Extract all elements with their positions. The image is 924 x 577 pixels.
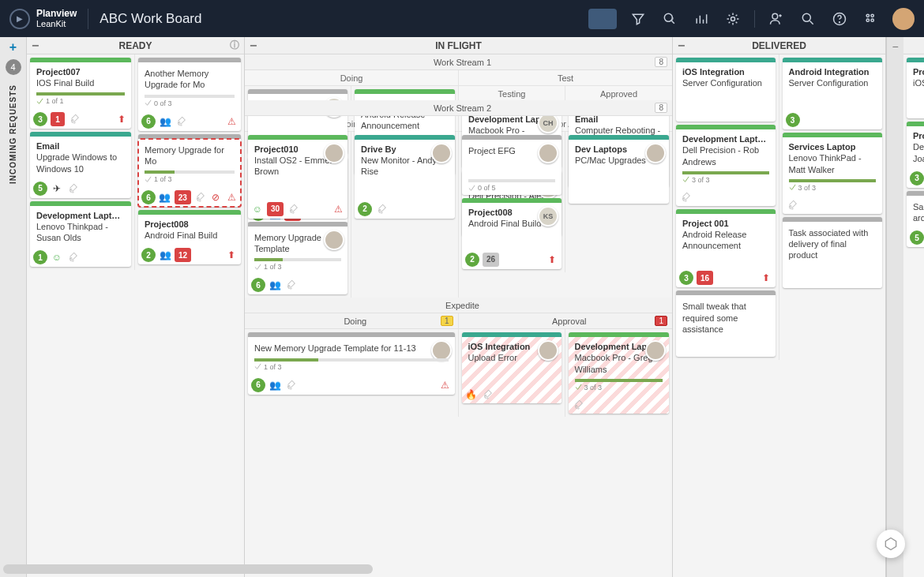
card[interactable]: Development Lapt… Dell Precision - Rob A… bbox=[676, 125, 776, 206]
side-rail: + 4 INCOMING REQUESTS bbox=[0, 37, 27, 577]
assistant-bubble[interactable] bbox=[877, 530, 905, 558]
search-icon[interactable] bbox=[798, 9, 818, 29]
card[interactable]: Memory Upgrade for Mo 1 of 3 6 👥 23 🏷 ⊘ … bbox=[138, 134, 241, 208]
tag-icon: 🏷 bbox=[64, 180, 82, 198]
divider bbox=[754, 10, 755, 28]
tag-icon: 🏷 bbox=[64, 249, 82, 267]
card[interactable]: Android Integration Server Configuration… bbox=[783, 58, 883, 129]
card[interactable]: Project010 Install OS2 - Emmet Brown ☺ 3… bbox=[248, 135, 347, 219]
svg-point-8 bbox=[866, 14, 869, 17]
collapse-icon[interactable]: − bbox=[32, 39, 39, 52]
kanban-board: + 4 INCOMING REQUESTS − READY ⓘ Project0… bbox=[0, 37, 924, 577]
date-badge: 1 bbox=[51, 112, 65, 126]
info-icon[interactable]: ⓘ bbox=[230, 39, 239, 52]
card[interactable]: New Memory Upgrade Template for 11-13 1 … bbox=[248, 332, 455, 394]
warn-icon: ⚠ bbox=[225, 115, 238, 128]
card[interactable]: San arch 5 bbox=[907, 191, 924, 248]
smile-icon: ☺ bbox=[51, 251, 63, 264]
svg-point-5 bbox=[802, 13, 810, 21]
card[interactable]: Email Upgrade Windows to Windows 10 5 ✈ … bbox=[30, 132, 131, 198]
plane-icon: ✈ bbox=[51, 182, 63, 195]
lane-ready: − READY ⓘ Project007 IOS Final Build 1 o… bbox=[27, 37, 245, 577]
add-user-icon[interactable] bbox=[766, 9, 787, 29]
zoom-icon[interactable] bbox=[659, 9, 680, 29]
lane-inflight: − IN FLIGHT Work Stream 18 Doing Review … bbox=[245, 37, 673, 577]
logo-icon bbox=[9, 9, 30, 29]
filter-icon[interactable] bbox=[628, 9, 648, 29]
add-card-button[interactable] bbox=[588, 9, 617, 29]
add-lane-button[interactable]: + bbox=[9, 40, 17, 54]
tag-icon: 🏷 bbox=[66, 111, 84, 129]
card[interactable]: Task associated with delivery of final p… bbox=[783, 217, 883, 288]
card[interactable]: Small tweak that required some assistanc… bbox=[676, 290, 776, 357]
card[interactable]: ProDel Joa 3 bbox=[907, 122, 924, 188]
collapsed-lane[interactable]: − bbox=[886, 37, 903, 577]
metrics-icon[interactable] bbox=[691, 9, 712, 29]
incoming-requests-label: INCOMING REQUESTS bbox=[9, 84, 17, 184]
card[interactable]: Project EFG 0 of 5 bbox=[462, 135, 562, 195]
lane-header-ready[interactable]: − READY ⓘ bbox=[27, 37, 244, 54]
svg-point-4 bbox=[772, 13, 778, 19]
card[interactable]: Another Memory Upgrade for Mo 0 of 3 6 👥… bbox=[138, 58, 241, 131]
workstream-1-header[interactable]: Work Stream 18 bbox=[245, 54, 672, 70]
people-icon: 👥 bbox=[159, 115, 171, 128]
card[interactable]: Dev Laptops PC/Mac Upgrades bbox=[569, 135, 669, 204]
lane-delivered: − DELIVERED iOS Integration Server Confi… bbox=[673, 37, 886, 577]
card[interactable]: Drive By New Monitor - Andy Rise 2 🏷 bbox=[355, 135, 455, 219]
svg-point-10 bbox=[866, 19, 869, 21]
expedite-header[interactable]: Expedite bbox=[245, 298, 672, 313]
count-badge: 3 bbox=[33, 112, 47, 126]
card[interactable]: Project008 Android Final Build 2 👥 12 ⬆ bbox=[138, 210, 241, 264]
svg-point-11 bbox=[871, 19, 873, 21]
app-header: Planview LeanKit ABC Work Board bbox=[0, 0, 924, 37]
help-icon[interactable] bbox=[829, 9, 850, 29]
board-title: ABC Work Board bbox=[100, 11, 201, 27]
avatar bbox=[324, 143, 344, 163]
card[interactable]: iOS Integration Upload Error 🔥🏷 bbox=[462, 332, 562, 403]
card[interactable]: Project 001 Android Release Announcement… bbox=[676, 209, 776, 288]
workstream-2-header[interactable]: Work Stream 28 bbox=[245, 100, 672, 116]
collapse-icon[interactable]: − bbox=[250, 39, 257, 52]
card[interactable]: Development Lapt… Lenovo Thinkpad - Susa… bbox=[30, 201, 131, 268]
svg-marker-12 bbox=[885, 538, 896, 550]
card[interactable]: Development Lapt… Macbook Pro - Greg Wil… bbox=[569, 332, 669, 414]
block-icon: ⊘ bbox=[209, 191, 222, 204]
card[interactable]: KS Project008 Android Final Build 2 26 ⬆ bbox=[462, 198, 562, 268]
svg-point-3 bbox=[731, 17, 735, 21]
horizontal-scrollbar[interactable] bbox=[3, 564, 373, 574]
card[interactable]: Memory Upgrade Template 1 of 3 6 👥 🏷 bbox=[248, 222, 347, 295]
svg-point-9 bbox=[871, 14, 873, 17]
lane-header-delivered[interactable]: − DELIVERED bbox=[673, 37, 885, 54]
svg-point-2 bbox=[664, 13, 672, 21]
card[interactable]: iOS Integration Server Configuration bbox=[676, 58, 776, 122]
grid-menu-icon[interactable] bbox=[861, 9, 881, 29]
svg-point-7 bbox=[839, 21, 840, 22]
lane-header-inflight[interactable]: − IN FLIGHT bbox=[245, 37, 672, 54]
user-avatar[interactable] bbox=[892, 8, 915, 30]
incoming-count-badge: 4 bbox=[6, 59, 21, 75]
lane-partial: ProiOS ProDel Joa 3 San arch 5 bbox=[903, 37, 924, 577]
tag-icon: 🏷 bbox=[172, 112, 190, 130]
collapse-icon[interactable]: − bbox=[678, 39, 685, 52]
brand-logo[interactable]: Planview LeanKit bbox=[9, 9, 88, 29]
card[interactable]: ProiOS bbox=[907, 58, 924, 118]
brand-text: Planview LeanKit bbox=[36, 9, 77, 28]
settings-icon[interactable] bbox=[723, 9, 743, 29]
card[interactable]: Project007 IOS Final Build 1 of 1 3 1 🏷 … bbox=[30, 58, 131, 129]
escalate-icon[interactable]: ⬆ bbox=[115, 113, 128, 126]
card[interactable]: Services Laptop Lenovo ThinkPad - Matt W… bbox=[783, 133, 883, 214]
